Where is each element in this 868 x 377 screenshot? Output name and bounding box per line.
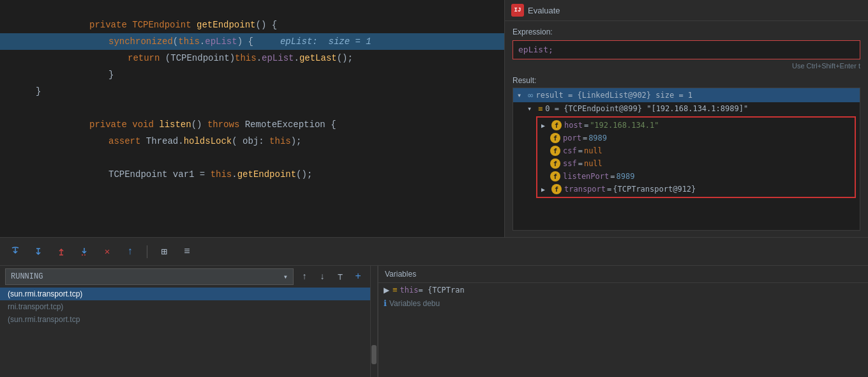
toolbar: ✕ ↑ ⊞ ≡ <box>0 237 868 265</box>
expand-icon: ▶ <box>384 286 393 295</box>
field-eq: = <box>578 159 583 168</box>
thread-add-btn[interactable]: + <box>351 270 365 284</box>
code-text: assert Thread.holdsLock( obj: this); <box>36 126 302 157</box>
field-value-ssf: null <box>584 159 602 168</box>
eval-hint: Use Ctrl+Shift+Enter t <box>513 62 860 70</box>
step-over-btn[interactable] <box>6 243 24 261</box>
thread-up-btn[interactable]: ↑ <box>297 270 311 284</box>
result-tree: ▾ ∞ result = {LinkedList@902} size = 1 ▾… <box>513 88 860 231</box>
thread-item-label: (sun.rmi.transport.tcp) <box>8 289 82 298</box>
function-name: getEndpoint <box>237 169 296 180</box>
plain-text: Thread. <box>146 136 184 146</box>
result-row-csf[interactable]: f csf = null <box>537 144 855 157</box>
field-value-host: "192.168.134.1" <box>590 121 659 130</box>
plain-text: . <box>232 169 237 180</box>
code-text: TCPEndpoint var1 = this.getEndpoint(); <box>36 159 312 190</box>
field-name-ssf: ssf <box>563 159 577 168</box>
result-row-port[interactable]: f port = 8989 <box>537 132 855 144</box>
inner-result-box: ▶ f host = "192.168.134.1" f port = 8989 <box>536 116 856 198</box>
code-line: assert Thread.holdsLock( obj: this); <box>0 133 504 150</box>
run-to-cursor-btn[interactable] <box>75 243 93 261</box>
result-row[interactable]: ▾ ≡ 0 = {TCPEndpoint@899} "[192.168.134.… <box>513 102 860 115</box>
expand-icon: ▾ <box>517 91 526 100</box>
expand-icon: ▶ <box>541 122 550 129</box>
plain-text: (); <box>296 169 312 180</box>
var-tree-row[interactable]: ▶ ≡ this = {TCPTran <box>378 283 868 296</box>
field-value-transport: {TCPTransport@912} <box>613 185 696 194</box>
thread-filter-btn[interactable]: ⊤ <box>333 270 347 284</box>
field-icon: f <box>551 184 562 194</box>
var-tree-row-info[interactable]: ℹ Variables debu <box>378 296 868 310</box>
this-keyword: this <box>235 53 257 63</box>
plain-text: } <box>108 70 114 80</box>
plain-text: ( obj: <box>232 136 269 146</box>
field-name-transport: transport <box>564 185 606 194</box>
expand-icon: ▾ <box>527 104 536 113</box>
align-btn[interactable]: ≡ <box>178 243 196 261</box>
thread-item-label: rni.transport.tcp) <box>8 302 63 311</box>
thread-item[interactable]: rni.transport.tcp) <box>0 300 370 313</box>
list-icon: ≡ <box>538 104 542 113</box>
field-name-host: host <box>564 121 583 130</box>
function-name: getLast <box>299 53 337 63</box>
code-line: TCPEndpoint var1 = this.getEndpoint(); <box>0 166 504 183</box>
this-keyword: this <box>211 169 232 180</box>
field-name-listenport: listenPort <box>563 172 609 181</box>
result-row-listenport[interactable]: f listenPort = 8989 <box>537 170 855 183</box>
result-row-host[interactable]: ▶ f host = "192.168.134.1" <box>537 119 855 132</box>
scroll-thumb[interactable] <box>371 345 377 364</box>
var-eq: = {TCPTran <box>419 286 465 295</box>
thread-item[interactable]: (sun.rmi.transport.tcp <box>0 313 370 326</box>
evaluate-header: IJ Evaluate <box>505 0 868 21</box>
thread-item-label: (sun.rmi.transport.tcp <box>8 315 80 324</box>
result-label: Result: <box>513 76 860 85</box>
list-icon-var: ≡ <box>393 285 398 295</box>
code-content: private TCPEndpoint getEndpoint() { sync… <box>0 0 504 183</box>
info-icon: ℹ <box>384 298 387 308</box>
reset-btn[interactable]: ✕ <box>98 243 116 261</box>
scrollbar-area <box>370 266 378 377</box>
result-row-transport[interactable]: ▶ f transport = {TCPTransport@912} <box>537 183 855 196</box>
bottom-area: RUNNING ▾ ↑ ↓ ⊤ + (sun.rmi.transport.tcp… <box>0 265 868 377</box>
expand-icon: ▶ <box>541 186 550 193</box>
thread-item[interactable]: (sun.rmi.transport.tcp) <box>0 288 370 300</box>
field-eq: = <box>583 134 587 142</box>
code-panel: private TCPEndpoint getEndpoint() { sync… <box>0 0 504 237</box>
field-eq: = <box>584 121 588 130</box>
field-name: epList <box>262 53 294 63</box>
field-icon: f <box>550 171 560 181</box>
evaluate-panel: IJ Evaluate Expression: epList; Use Ctrl… <box>504 0 868 237</box>
field-value-csf: null <box>584 146 602 155</box>
plain-text: . <box>294 53 299 63</box>
result-row-ssf[interactable]: f ssf = null <box>537 157 855 170</box>
function-name: holdsLock <box>184 136 232 146</box>
expression-input[interactable]: epList; <box>513 40 860 59</box>
plain-text: (TCPEndpoint) <box>165 53 235 63</box>
editor-area: private TCPEndpoint getEndpoint() { sync… <box>0 0 868 237</box>
variables-panel: Variables ▶ ≡ this = {TCPTran ℹ Variable… <box>378 266 868 377</box>
result-row[interactable]: ▾ ∞ result = {LinkedList@902} size = 1 <box>513 88 860 102</box>
this-keyword: this <box>269 136 291 146</box>
chevron-down-icon: ▾ <box>283 272 288 282</box>
field-name-csf: csf <box>563 146 577 155</box>
thread-dropdown[interactable]: RUNNING ▾ <box>5 268 294 285</box>
field-icon: f <box>551 120 562 130</box>
plain-text: (); <box>337 53 353 63</box>
field-eq: = <box>607 185 611 194</box>
variables-title: Variables <box>385 270 416 279</box>
evaluate-title: Evaluate <box>528 6 560 15</box>
expression-value: epList; <box>518 45 553 54</box>
plain-text: ); <box>291 136 302 146</box>
cursor-icon-btn[interactable]: ↑ <box>121 243 139 261</box>
step-out-btn[interactable] <box>52 243 70 261</box>
var-row-text: 0 = {TCPEndpoint@899} "[192.168.134.1:89… <box>545 104 748 113</box>
thread-panel: RUNNING ▾ ↑ ↓ ⊤ + (sun.rmi.transport.tcp… <box>0 266 370 377</box>
field-eq: = <box>578 146 583 155</box>
step-into-btn[interactable] <box>29 243 47 261</box>
plain-text: } <box>36 86 41 96</box>
field-value-listenport: 8989 <box>616 172 634 181</box>
table-view-btn[interactable]: ⊞ <box>155 243 173 261</box>
ide-logo: IJ <box>511 4 524 17</box>
field-name-port: port <box>563 134 581 142</box>
thread-down-btn[interactable]: ↓ <box>315 270 329 284</box>
